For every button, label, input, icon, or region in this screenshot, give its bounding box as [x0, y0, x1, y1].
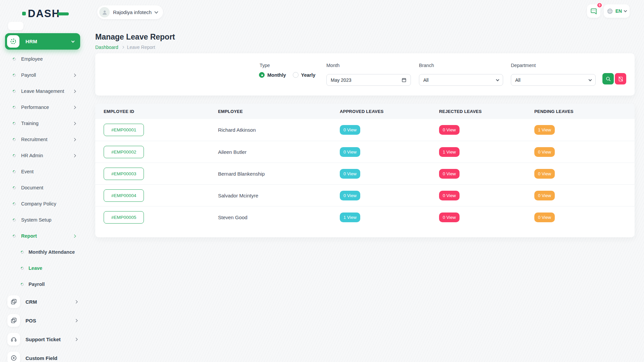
employee-id-button[interactable]: #EMP00005: [104, 211, 144, 224]
employee-id-button[interactable]: #EMP00003: [104, 168, 144, 180]
bullet-icon: [12, 186, 16, 190]
column-header-employee: EMPLOYEE: [218, 109, 340, 114]
approved-leaves-badge[interactable]: 1 View: [340, 213, 360, 222]
reset-filter-button[interactable]: [615, 73, 626, 84]
sidebar-item-recruitment[interactable]: Recruitment: [0, 131, 85, 147]
sidebar-nav: Employee Payroll Leave Management Perfor…: [0, 51, 85, 244]
type-radio-group: Monthly Yearly: [259, 72, 315, 78]
pending-leaves-badge[interactable]: 0 View: [534, 213, 555, 222]
sidebar-item-document[interactable]: Document: [0, 180, 85, 196]
rejected-leaves-badge[interactable]: 1 View: [439, 147, 460, 157]
bullet-icon: [12, 73, 16, 77]
company-selector[interactable]: Rajodiya infotech: [97, 5, 163, 19]
sidebar-module-pos[interactable]: POS: [0, 311, 85, 330]
bullet-icon: [20, 282, 24, 287]
sidebar-item-payroll[interactable]: Payroll: [0, 67, 85, 83]
table-header-row: EMPLOYEE IDEMPLOYEEAPPROVED LEAVESREJECT…: [95, 104, 635, 119]
sidebar-item-system-setup[interactable]: System Setup: [0, 212, 85, 228]
column-header-rejected-leaves: REJECTED LEAVES: [439, 109, 534, 114]
chevron-right-icon: [73, 154, 76, 157]
radio-icon: [293, 72, 299, 78]
employee-name: Bernard Blankenship: [218, 171, 340, 177]
type-radio-monthly[interactable]: Monthly: [259, 72, 286, 78]
chevron-right-icon: [73, 73, 76, 77]
sidebar-item-hr-admin[interactable]: HR Admin: [0, 147, 85, 164]
rejected-leaves-badge[interactable]: 0 View: [439, 191, 460, 200]
radio-icon: [259, 72, 265, 78]
month-input[interactable]: May 2023: [326, 74, 411, 86]
person-icon: [99, 7, 110, 17]
rejected-leaves-badge[interactable]: 0 View: [439, 213, 460, 222]
employee-id-button[interactable]: #EMP00002: [104, 146, 144, 158]
search-button[interactable]: [602, 73, 614, 84]
pending-leaves-badge[interactable]: 0 View: [534, 169, 555, 179]
column-header-employee-id: EMPLOYEE ID: [104, 109, 218, 114]
pending-leaves-badge[interactable]: 1 View: [534, 125, 555, 135]
filter-panel: Type Monthly Yearly Month May 2023 Branc…: [95, 53, 635, 96]
chevron-down-icon: [496, 78, 499, 81]
bullet-icon: [12, 234, 16, 238]
chevron-down-icon: [589, 78, 592, 81]
table-row: #EMP00004 Salvador Mcintyre 0 View 0 Vie…: [95, 184, 635, 206]
sidebar-item-leave-management[interactable]: Leave Management: [0, 83, 85, 99]
bullet-icon: [12, 89, 16, 94]
pending-leaves-badge[interactable]: 0 View: [534, 147, 555, 157]
sidebar-module-custom-field[interactable]: Custom Field: [0, 349, 85, 362]
sidebar-toggle-stub[interactable]: [8, 22, 23, 30]
chevron-down-icon: [154, 10, 158, 13]
rejected-leaves-badge[interactable]: 0 View: [439, 125, 460, 135]
approved-leaves-badge[interactable]: 0 View: [340, 169, 360, 179]
chevron-right-icon: [74, 319, 78, 322]
bullet-icon: [12, 121, 16, 126]
calendar-icon[interactable]: [401, 77, 407, 82]
employee-id-button[interactable]: #EMP00004: [104, 189, 144, 202]
chevron-right-icon: [121, 46, 124, 49]
clipboard-slash-icon: [618, 76, 624, 82]
approved-leaves-badge[interactable]: 0 View: [340, 191, 360, 200]
rejected-leaves-badge[interactable]: 0 View: [439, 169, 460, 179]
sidebar-module-crm[interactable]: CRM: [0, 292, 85, 311]
headset-icon: [7, 333, 20, 346]
department-value: All: [515, 77, 521, 83]
language-selector[interactable]: EN: [604, 4, 630, 18]
breadcrumb: Dashboard Leave Report: [95, 45, 155, 50]
table-row: #EMP00001 Richard Atkinson 0 View 0 View…: [95, 119, 635, 141]
employee-name: Salvador Mcintyre: [218, 193, 340, 198]
sidebar-item-training[interactable]: Training: [0, 115, 85, 131]
chevron-right-icon: [74, 300, 78, 303]
module-switcher-hrm[interactable]: HRM: [5, 33, 80, 50]
sidebar-module-support-ticket[interactable]: Support Ticket: [0, 330, 85, 349]
approved-leaves-badge[interactable]: 0 View: [340, 147, 360, 157]
messages-button[interactable]: 0: [587, 4, 600, 18]
sidebar-item-report[interactable]: Report: [0, 228, 85, 244]
leave-report-table: EMPLOYEE IDEMPLOYEEAPPROVED LEAVESREJECT…: [95, 104, 635, 237]
bullet-icon: [12, 105, 16, 110]
column-header-pending-leaves: PENDING LEAVES: [534, 109, 635, 114]
type-radio-yearly[interactable]: Yearly: [293, 72, 316, 78]
table-row: #EMP00005 Steven Good 1 View 0 View 0 Vi…: [95, 206, 635, 228]
sidebar-subitem-payroll[interactable]: Payroll: [0, 276, 85, 292]
sidebar-item-performance[interactable]: Performance: [0, 99, 85, 115]
sidebar-item-company-policy[interactable]: Company Policy: [0, 196, 85, 212]
sidebar-subnav: Monthly Attendance Leave Payroll: [0, 244, 85, 292]
sidebar-item-event[interactable]: Event: [0, 164, 85, 180]
sidebar-subitem-monthly-attendance[interactable]: Monthly Attendance: [0, 244, 85, 260]
branch-select[interactable]: All: [419, 74, 503, 86]
table-body: #EMP00001 Richard Atkinson 0 View 0 View…: [95, 119, 635, 228]
chat-bubble-icon: [590, 7, 598, 15]
app-logo[interactable]: DASH: [22, 7, 69, 20]
app-windows-icon: [7, 314, 20, 327]
approved-leaves-badge[interactable]: 0 View: [340, 125, 360, 135]
chevron-right-icon: [73, 138, 76, 141]
sidebar-item-employee[interactable]: Employee: [0, 51, 85, 67]
employee-name: Aileen Butler: [218, 149, 340, 155]
chevron-down-icon: [71, 39, 75, 43]
sidebar-subitem-leave[interactable]: Leave: [0, 260, 85, 276]
sidebar-modules: CRM POS Support Ticket Custom Field: [0, 292, 85, 362]
department-select[interactable]: All: [511, 74, 596, 86]
employee-name: Richard Atkinson: [218, 127, 340, 133]
table-row: #EMP00003 Bernard Blankenship 0 View 0 V…: [95, 163, 635, 184]
pending-leaves-badge[interactable]: 0 View: [534, 191, 555, 200]
employee-id-button[interactable]: #EMP00001: [104, 124, 144, 136]
breadcrumb-dashboard-link[interactable]: Dashboard: [95, 45, 118, 50]
